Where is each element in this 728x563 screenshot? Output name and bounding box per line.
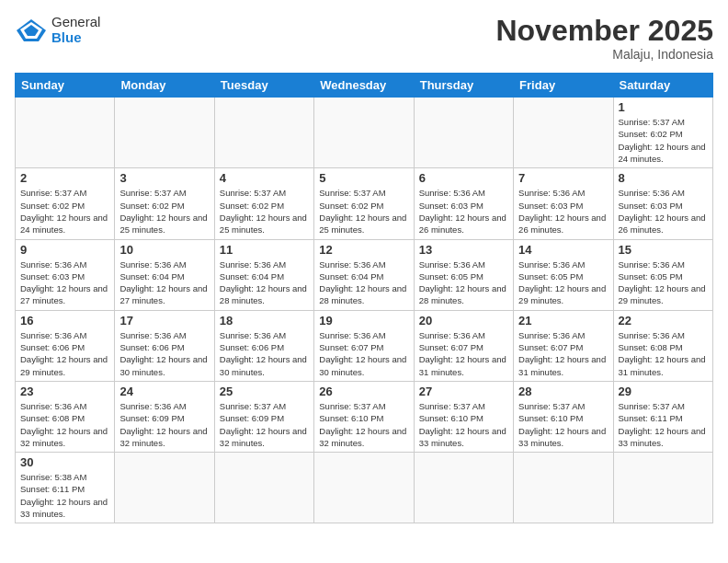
- weekday-header-monday: Monday: [115, 74, 214, 98]
- calendar-day-cell: [314, 453, 414, 523]
- weekday-header-wednesday: Wednesday: [314, 74, 414, 98]
- calendar-day-cell: [115, 453, 214, 523]
- day-number: 18: [220, 314, 309, 327]
- calendar-day-cell: 21Sunrise: 5:36 AM Sunset: 6:07 PM Dayli…: [514, 310, 613, 381]
- day-number: 3: [119, 171, 209, 185]
- calendar-day-cell: 4Sunrise: 5:37 AM Sunset: 6:02 PM Daylig…: [214, 168, 313, 239]
- calendar-day-cell: [214, 453, 313, 523]
- calendar-day-cell: 13Sunrise: 5:36 AM Sunset: 6:05 PM Dayli…: [414, 239, 513, 310]
- calendar-day-cell: 28Sunrise: 5:37 AM Sunset: 6:10 PM Dayli…: [514, 381, 613, 452]
- calendar-day-cell: 2Sunrise: 5:37 AM Sunset: 6:02 PM Daylig…: [16, 168, 115, 239]
- day-info: Sunrise: 5:36 AM Sunset: 6:07 PM Dayligh…: [518, 329, 608, 378]
- calendar-day-cell: [514, 453, 613, 523]
- calendar-day-cell: [514, 98, 613, 168]
- day-number: 21: [518, 314, 608, 327]
- calendar-day-cell: 22Sunrise: 5:36 AM Sunset: 6:08 PM Dayli…: [613, 310, 712, 381]
- calendar-day-cell: [414, 453, 513, 523]
- day-info: Sunrise: 5:37 AM Sunset: 6:02 PM Dayligh…: [220, 187, 309, 236]
- day-info: Sunrise: 5:36 AM Sunset: 6:04 PM Dayligh…: [319, 259, 408, 307]
- day-number: 16: [20, 314, 109, 327]
- day-number: 14: [518, 243, 608, 257]
- calendar-week-row: 1Sunrise: 5:37 AM Sunset: 6:02 PM Daylig…: [16, 98, 713, 168]
- day-number: 9: [20, 243, 109, 257]
- day-info: Sunrise: 5:37 AM Sunset: 6:02 PM Dayligh…: [20, 187, 109, 236]
- day-number: 17: [119, 314, 209, 327]
- day-info: Sunrise: 5:36 AM Sunset: 6:07 PM Dayligh…: [419, 329, 508, 378]
- day-info: Sunrise: 5:37 AM Sunset: 6:10 PM Dayligh…: [319, 400, 408, 449]
- day-info: Sunrise: 5:36 AM Sunset: 6:03 PM Dayligh…: [619, 187, 708, 236]
- weekday-header-friday: Friday: [514, 74, 613, 98]
- calendar-day-cell: 14Sunrise: 5:36 AM Sunset: 6:05 PM Dayli…: [514, 239, 613, 310]
- day-number: 13: [419, 243, 508, 257]
- day-number: 12: [319, 243, 408, 257]
- day-info: Sunrise: 5:36 AM Sunset: 6:05 PM Dayligh…: [419, 259, 508, 307]
- calendar-day-cell: 24Sunrise: 5:36 AM Sunset: 6:09 PM Dayli…: [115, 381, 214, 452]
- day-info: Sunrise: 5:37 AM Sunset: 6:10 PM Dayligh…: [419, 400, 508, 449]
- calendar-day-cell: [414, 98, 513, 168]
- calendar-day-cell: 16Sunrise: 5:36 AM Sunset: 6:06 PM Dayli…: [16, 310, 115, 381]
- day-number: 20: [419, 314, 508, 327]
- day-info: Sunrise: 5:36 AM Sunset: 6:06 PM Dayligh…: [20, 329, 109, 378]
- calendar-day-cell: 19Sunrise: 5:36 AM Sunset: 6:07 PM Dayli…: [314, 310, 414, 381]
- day-number: 2: [20, 171, 109, 185]
- day-info: Sunrise: 5:37 AM Sunset: 6:02 PM Dayligh…: [619, 116, 708, 165]
- day-info: Sunrise: 5:36 AM Sunset: 6:08 PM Dayligh…: [20, 400, 109, 449]
- calendar-day-cell: [214, 98, 313, 168]
- day-number: 10: [119, 243, 209, 257]
- day-number: 27: [419, 385, 508, 398]
- day-number: 30: [20, 455, 109, 469]
- logo: General Blue: [15, 15, 100, 45]
- day-info: Sunrise: 5:36 AM Sunset: 6:07 PM Dayligh…: [319, 329, 408, 378]
- day-number: 25: [220, 385, 309, 398]
- day-info: Sunrise: 5:36 AM Sunset: 6:03 PM Dayligh…: [419, 187, 508, 236]
- calendar-week-row: 9Sunrise: 5:36 AM Sunset: 6:03 PM Daylig…: [16, 239, 713, 310]
- calendar-day-cell: 7Sunrise: 5:36 AM Sunset: 6:03 PM Daylig…: [514, 168, 613, 239]
- day-number: 28: [518, 385, 608, 398]
- day-number: 5: [319, 171, 408, 185]
- weekday-header-saturday: Saturday: [613, 74, 712, 98]
- day-number: 19: [319, 314, 408, 327]
- day-number: 1: [619, 100, 708, 114]
- calendar-day-cell: 8Sunrise: 5:36 AM Sunset: 6:03 PM Daylig…: [613, 168, 712, 239]
- day-number: 4: [220, 171, 309, 185]
- calendar-week-row: 30Sunrise: 5:38 AM Sunset: 6:11 PM Dayli…: [16, 453, 713, 523]
- day-info: Sunrise: 5:38 AM Sunset: 6:11 PM Dayligh…: [20, 471, 109, 520]
- day-info: Sunrise: 5:37 AM Sunset: 6:10 PM Dayligh…: [518, 400, 608, 449]
- calendar-day-cell: [115, 98, 214, 168]
- calendar-week-row: 23Sunrise: 5:36 AM Sunset: 6:08 PM Dayli…: [16, 381, 713, 452]
- calendar-table: SundayMondayTuesdayWednesdayThursdayFrid…: [15, 73, 713, 523]
- weekday-header-row: SundayMondayTuesdayWednesdayThursdayFrid…: [16, 74, 713, 98]
- day-info: Sunrise: 5:37 AM Sunset: 6:09 PM Dayligh…: [220, 400, 309, 449]
- day-info: Sunrise: 5:36 AM Sunset: 6:03 PM Dayligh…: [20, 259, 109, 307]
- day-number: 15: [619, 243, 708, 257]
- calendar-day-cell: 12Sunrise: 5:36 AM Sunset: 6:04 PM Dayli…: [314, 239, 414, 310]
- weekday-header-sunday: Sunday: [16, 74, 115, 98]
- calendar-day-cell: 1Sunrise: 5:37 AM Sunset: 6:02 PM Daylig…: [613, 98, 712, 168]
- day-info: Sunrise: 5:36 AM Sunset: 6:05 PM Dayligh…: [518, 259, 608, 307]
- calendar-day-cell: 23Sunrise: 5:36 AM Sunset: 6:08 PM Dayli…: [16, 381, 115, 452]
- day-info: Sunrise: 5:36 AM Sunset: 6:08 PM Dayligh…: [619, 329, 708, 378]
- day-info: Sunrise: 5:37 AM Sunset: 6:02 PM Dayligh…: [319, 187, 408, 236]
- calendar-day-cell: 11Sunrise: 5:36 AM Sunset: 6:04 PM Dayli…: [214, 239, 313, 310]
- calendar-day-cell: [613, 453, 712, 523]
- calendar-day-cell: 5Sunrise: 5:37 AM Sunset: 6:02 PM Daylig…: [314, 168, 414, 239]
- calendar-day-cell: 17Sunrise: 5:36 AM Sunset: 6:06 PM Dayli…: [115, 310, 214, 381]
- day-info: Sunrise: 5:36 AM Sunset: 6:06 PM Dayligh…: [220, 329, 309, 378]
- weekday-header-tuesday: Tuesday: [214, 74, 313, 98]
- day-info: Sunrise: 5:37 AM Sunset: 6:11 PM Dayligh…: [619, 400, 708, 449]
- calendar-day-cell: 27Sunrise: 5:37 AM Sunset: 6:10 PM Dayli…: [414, 381, 513, 452]
- calendar-day-cell: 3Sunrise: 5:37 AM Sunset: 6:02 PM Daylig…: [115, 168, 214, 239]
- calendar-week-row: 2Sunrise: 5:37 AM Sunset: 6:02 PM Daylig…: [16, 168, 713, 239]
- calendar-day-cell: 20Sunrise: 5:36 AM Sunset: 6:07 PM Dayli…: [414, 310, 513, 381]
- calendar-day-cell: 26Sunrise: 5:37 AM Sunset: 6:10 PM Dayli…: [314, 381, 414, 452]
- day-number: 26: [319, 385, 408, 398]
- day-number: 6: [419, 171, 508, 185]
- day-info: Sunrise: 5:36 AM Sunset: 6:06 PM Dayligh…: [119, 329, 209, 378]
- day-number: 23: [20, 385, 109, 398]
- weekday-header-thursday: Thursday: [414, 74, 513, 98]
- day-info: Sunrise: 5:36 AM Sunset: 6:03 PM Dayligh…: [518, 187, 608, 236]
- day-number: 24: [119, 385, 209, 398]
- calendar-day-cell: 10Sunrise: 5:36 AM Sunset: 6:04 PM Dayli…: [115, 239, 214, 310]
- calendar-day-cell: 9Sunrise: 5:36 AM Sunset: 6:03 PM Daylig…: [16, 239, 115, 310]
- calendar-day-cell: 29Sunrise: 5:37 AM Sunset: 6:11 PM Dayli…: [613, 381, 712, 452]
